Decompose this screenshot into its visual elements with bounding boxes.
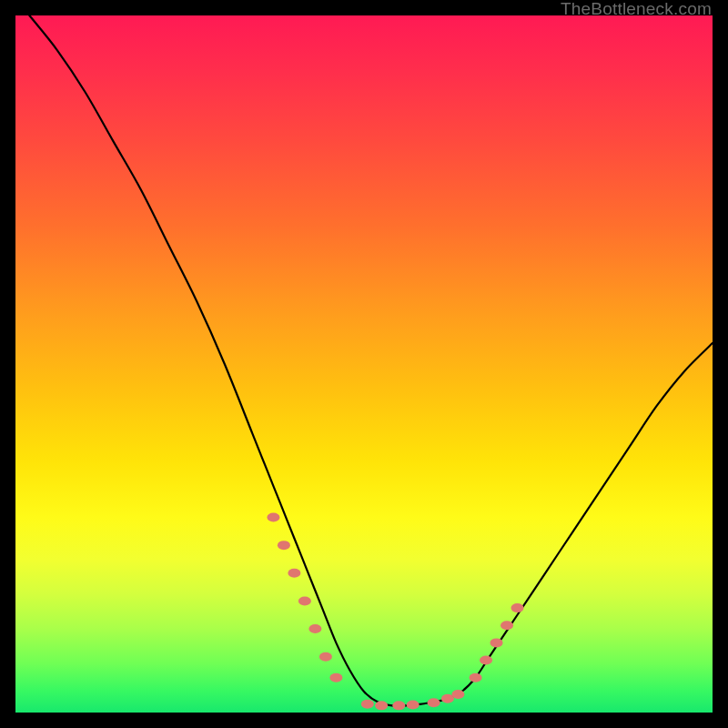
curve-marker: [288, 569, 300, 578]
curve-marker: [375, 701, 388, 710]
curve-marker: [480, 656, 492, 665]
curve-marker: [428, 698, 440, 707]
curve-marker: [278, 541, 290, 550]
curve-marker: [361, 700, 374, 709]
chart-frame: TheBottleneck.com: [0, 0, 728, 728]
curve-marker: [451, 690, 464, 699]
curve-marker: [392, 701, 405, 710]
marker-layer: [267, 513, 523, 711]
curve-marker: [490, 638, 503, 647]
plot-area: [15, 15, 713, 713]
bottleneck-curve: [29, 15, 713, 706]
curve-marker: [308, 624, 321, 633]
watermark-text: TheBottleneck.com: [561, 0, 712, 19]
curve-marker: [319, 652, 332, 662]
curve-marker: [511, 603, 524, 612]
curve-marker: [407, 701, 420, 710]
curve-marker: [470, 673, 482, 682]
curve-marker: [500, 621, 513, 630]
curve-marker: [267, 513, 279, 522]
bottleneck-curve-svg: [15, 15, 713, 713]
curve-marker: [298, 596, 311, 605]
curve-marker: [329, 673, 342, 682]
